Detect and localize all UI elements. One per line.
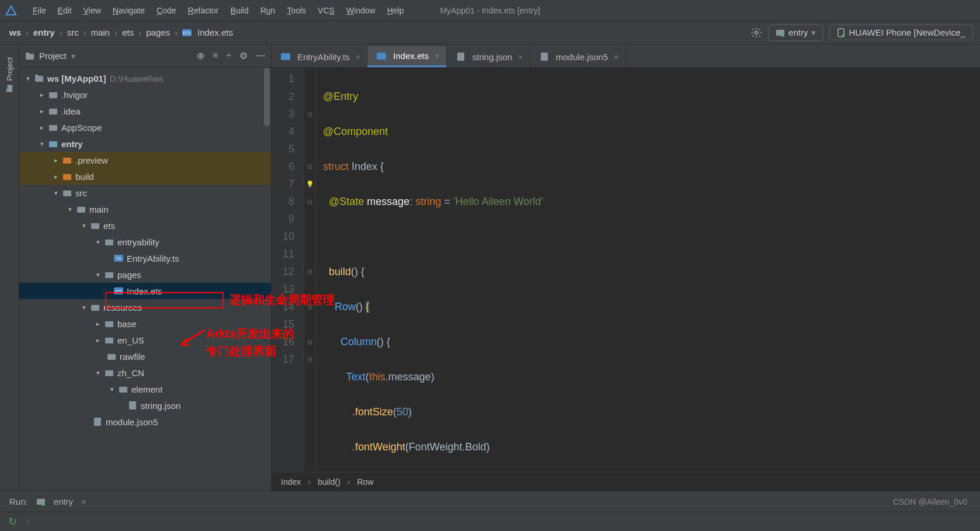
svg-rect-30	[105, 338, 113, 343]
close-run-tab-icon[interactable]: ×	[81, 497, 86, 506]
menu-run[interactable]: Run	[255, 4, 282, 18]
tree-pages[interactable]: ▾pages	[19, 266, 271, 283]
tree-preview[interactable]: ▸.preview	[19, 152, 271, 168]
select-opened-file-icon[interactable]: ⊕	[197, 50, 204, 61]
run-config-selector[interactable]: entry ▾	[768, 25, 823, 41]
menu-window[interactable]: Window	[340, 4, 381, 18]
rerun-icon[interactable]: ↻	[8, 515, 17, 528]
navigation-bar: ws› entry› src› main› ets› pages› ETS In…	[0, 21, 980, 44]
tab-entryability[interactable]: EntryAbility.ts×	[272, 46, 367, 67]
svg-point-2	[755, 31, 758, 34]
svg-rect-18	[63, 174, 71, 180]
menu-tools[interactable]: Tools	[281, 4, 312, 18]
menu-file[interactable]: File	[27, 4, 52, 18]
up-arrow-icon[interactable]: ↑	[26, 517, 30, 526]
tab-module-json5[interactable]: module.json5×	[530, 46, 626, 67]
svg-rect-21	[91, 223, 99, 229]
tree-ets[interactable]: ▾ets	[19, 217, 271, 234]
tree-src[interactable]: ▾src	[19, 185, 271, 201]
tree-entryability-file[interactable]: TSEntryAbility.ts	[19, 250, 271, 266]
ed-crumb-index[interactable]: Index	[281, 477, 301, 487]
intention-bulb-icon[interactable]: 💡	[306, 175, 314, 193]
tree-module-json5[interactable]: module.json5	[19, 414, 271, 430]
tree-index-file[interactable]: ETSIndex.ets	[19, 283, 271, 299]
close-icon[interactable]: ×	[614, 53, 618, 61]
svg-rect-19	[63, 190, 71, 196]
editor-area: EntryAbility.ts× Index.ets× string.json×…	[272, 44, 980, 491]
svg-rect-29	[105, 321, 113, 327]
device-selector[interactable]: HUAWEI Phone [NewDevice_	[829, 25, 973, 40]
svg-rect-8	[6, 89, 8, 92]
tree-string-json[interactable]: string.json	[19, 397, 271, 414]
svg-point-41	[41, 502, 45, 506]
tree-element[interactable]: ▾element	[19, 381, 271, 397]
menu-view[interactable]: View	[78, 4, 107, 18]
settings-icon[interactable]	[750, 27, 762, 39]
collapse-all-icon[interactable]: ÷	[226, 50, 231, 61]
tab-index[interactable]: Index.ets×	[367, 46, 446, 67]
crumb-index[interactable]: Index.ets	[195, 27, 235, 37]
ts-file-icon: TS	[114, 254, 124, 263]
tree-hvigor[interactable]: ▸.hvigor	[19, 86, 271, 103]
tree-entry[interactable]: ▾entry	[19, 136, 271, 152]
svg-rect-35	[94, 418, 101, 426]
tree-base[interactable]: ▸base	[19, 315, 271, 332]
svg-rect-36	[281, 53, 290, 60]
menu-code[interactable]: Code	[151, 4, 182, 18]
code-content[interactable]: @Entry @Component struct Index { @State …	[316, 68, 980, 472]
tab-string-json[interactable]: string.json×	[447, 46, 530, 67]
svg-rect-15	[49, 125, 57, 131]
tree-en-us[interactable]: ▸en_US	[19, 332, 271, 348]
menu-navigate[interactable]: Navigate	[107, 4, 151, 18]
menu-vcs[interactable]: VCS	[312, 4, 340, 18]
project-sidebar: Project ▾ ⊕ ≡ ÷ ⚙ — ▾ ws [MyApp01]D:\Hua…	[19, 44, 272, 491]
ed-crumb-row[interactable]: Row	[357, 477, 374, 487]
expand-all-icon[interactable]: ≡	[213, 50, 218, 61]
close-icon[interactable]: ×	[356, 53, 360, 61]
close-icon[interactable]: ×	[518, 53, 523, 61]
app-logo-icon	[5, 4, 18, 17]
svg-rect-28	[91, 305, 99, 311]
tree-root[interactable]: ▾ ws [MyApp01]D:\Huawei\ws	[19, 70, 271, 86]
close-icon[interactable]: ×	[435, 51, 439, 60]
menu-build[interactable]: Build	[225, 4, 255, 18]
run-entry-icon	[36, 497, 46, 506]
status-bar: ↻ ↑	[0, 512, 980, 531]
tree-idea[interactable]: ▸.idea	[19, 103, 271, 119]
crumb-entry[interactable]: entry	[31, 27, 57, 37]
tree-build[interactable]: ▸build	[19, 168, 271, 185]
svg-rect-11	[35, 76, 43, 82]
crumb-src[interactable]: src	[65, 27, 81, 37]
menu-refactor[interactable]: Refactor	[182, 4, 225, 18]
svg-rect-37	[377, 53, 386, 60]
svg-point-4	[781, 33, 784, 37]
run-tab-entry[interactable]: entry	[54, 497, 73, 506]
tree-main[interactable]: ▾main	[19, 201, 271, 217]
svg-rect-17	[63, 158, 71, 164]
project-tool-tab[interactable]: Project	[4, 49, 15, 100]
fold-gutter[interactable]: ⊟⊟💡⊟⊟⊟⊟⊟	[304, 68, 316, 472]
svg-rect-9	[26, 54, 34, 60]
sidebar-view-dropdown[interactable]: ▾	[71, 51, 75, 61]
project-icon	[25, 51, 34, 61]
crumb-ets[interactable]: ets	[120, 27, 136, 37]
crumb-main[interactable]: main	[89, 27, 113, 37]
tree-appscope[interactable]: ▸AppScope	[19, 119, 271, 136]
crumb-ws[interactable]: ws	[7, 27, 23, 37]
sidebar-settings-icon[interactable]: ⚙	[239, 50, 248, 61]
menu-edit[interactable]: Edit	[52, 4, 78, 18]
menu-help[interactable]: Help	[381, 4, 410, 18]
editor-tabs: EntryAbility.ts× Index.ets× string.json×…	[272, 44, 980, 68]
svg-text:ETS: ETS	[183, 31, 191, 35]
tree-rawfile[interactable]: rawfile	[19, 348, 271, 365]
tree-zh-cn[interactable]: ▾zh_CN	[19, 365, 271, 381]
code-editor[interactable]: 1234567891011121314151617 ⊟⊟💡⊟⊟⊟⊟⊟ @Entr…	[272, 68, 980, 472]
svg-rect-39	[541, 53, 548, 61]
tree-resources[interactable]: ▾resources	[19, 299, 271, 315]
hide-sidebar-icon[interactable]: —	[256, 50, 265, 61]
tree-entryability[interactable]: ▾entryability	[19, 234, 271, 250]
project-tree[interactable]: ▾ ws [MyApp01]D:\Huawei\ws ▸.hvigor ▸.id…	[19, 68, 271, 491]
crumb-pages[interactable]: pages	[144, 27, 172, 37]
svg-rect-7	[8, 85, 13, 92]
ed-crumb-build[interactable]: build()	[318, 477, 340, 487]
